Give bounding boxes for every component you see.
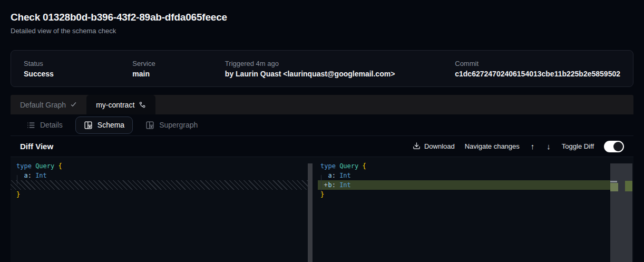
added-line-plus-sign: + xyxy=(321,180,330,190)
list-icon xyxy=(26,121,35,130)
diff-controls: Download Navigate changes ↑ ↓ Toggle Dif… xyxy=(413,141,624,152)
code-line: a: Int xyxy=(318,171,610,180)
added-line-marker-soft xyxy=(610,183,618,191)
previous-change-button[interactable]: ↑ xyxy=(530,142,536,150)
overview-field-value: by Laurin Quast <laurinquast@googlemail.… xyxy=(225,70,455,78)
toggle-diff-label: Toggle Diff xyxy=(562,142,594,150)
page-header: Check 01328b0d-b396-43f2-89ab-dfda065fee… xyxy=(11,12,227,35)
overview-field-value: c1dc62724702406154013cbe11b225b2e5859502 xyxy=(455,70,620,78)
code-line: b: Int xyxy=(318,180,610,190)
view-tab-label: Details xyxy=(40,121,63,129)
original-pane-scrollbar[interactable] xyxy=(308,163,313,262)
switch-knob xyxy=(613,142,623,151)
contract-tab-label: my-contract xyxy=(96,101,134,109)
view-tab-label: Schema xyxy=(97,121,124,129)
contract-tabs: Default Graphmy-contract xyxy=(11,95,633,114)
diff-position-marker xyxy=(610,181,617,182)
code-line: type Query { xyxy=(11,161,312,171)
diff-filler-line xyxy=(11,180,312,190)
columns-icon xyxy=(145,121,154,130)
view-tabs: DetailsSchemaSupergraph xyxy=(11,114,633,136)
code-line: a: Int xyxy=(11,171,312,180)
download-icon xyxy=(413,142,421,151)
code-line: } xyxy=(11,190,312,199)
overview-field-label: Triggered 4m ago xyxy=(225,60,455,67)
diff-toolbar: Diff View Download Navigate changes ↑ ↓ … xyxy=(11,136,633,157)
diff-pane-modified[interactable]: type Query { a: Int b: Int} xyxy=(318,161,610,199)
diff-view-title: Diff View xyxy=(20,142,53,151)
overview-field: Triggered 4m agoby Laurin Quast <laurinq… xyxy=(225,60,455,78)
diff-pane-original[interactable]: type Query { a: Int} xyxy=(11,161,312,199)
split-icon xyxy=(139,101,146,109)
tab-schema[interactable]: Schema xyxy=(75,117,133,134)
overview-field-value: Success xyxy=(24,70,132,78)
tab-details[interactable]: Details xyxy=(18,117,71,134)
page-title: Check 01328b0d-b396-43f2-89ab-dfda065fee… xyxy=(11,12,227,23)
tab-supergraph[interactable]: Supergraph xyxy=(137,117,206,134)
download-button[interactable]: Download xyxy=(413,142,455,151)
check-overview-card: StatusSuccessServicemainTriggered 4m ago… xyxy=(11,50,633,87)
overview-field: StatusSuccess xyxy=(24,60,132,78)
schema-diff-editor: type Query { a: Int} type Query { a: Int… xyxy=(11,157,633,262)
overview-field-value: main xyxy=(132,70,225,78)
view-tab-label: Supergraph xyxy=(159,121,198,129)
contract-tab-default-graph[interactable]: Default Graph xyxy=(11,95,86,114)
overview-field: Servicemain xyxy=(132,60,225,78)
toggle-diff-switch[interactable] xyxy=(604,141,624,152)
download-label: Download xyxy=(424,142,455,150)
contract-tab-label: Default Graph xyxy=(20,101,66,109)
overview-field-label: Service xyxy=(132,60,225,67)
check-icon xyxy=(70,101,77,108)
navigate-changes-label: Navigate changes xyxy=(465,142,520,150)
next-change-button[interactable]: ↓ xyxy=(545,142,552,150)
page-subtitle: Detailed view of the schema check xyxy=(11,27,227,35)
overview-field-label: Commit xyxy=(455,60,620,67)
overview-field: Commitc1dc62724702406154013cbe11b225b2e5… xyxy=(455,60,620,78)
added-line-marker xyxy=(625,181,632,191)
modified-pane-scrollbar[interactable] xyxy=(610,163,632,262)
columns-icon xyxy=(84,121,93,130)
code-line: } xyxy=(318,190,610,199)
contract-tab-my-contract[interactable]: my-contract xyxy=(86,95,155,114)
code-line: type Query { xyxy=(318,161,610,171)
overview-field-label: Status xyxy=(24,60,132,67)
schema-check-page: Check 01328b0d-b396-43f2-89ab-dfda065fee… xyxy=(0,0,644,262)
indent-guide xyxy=(17,175,17,185)
